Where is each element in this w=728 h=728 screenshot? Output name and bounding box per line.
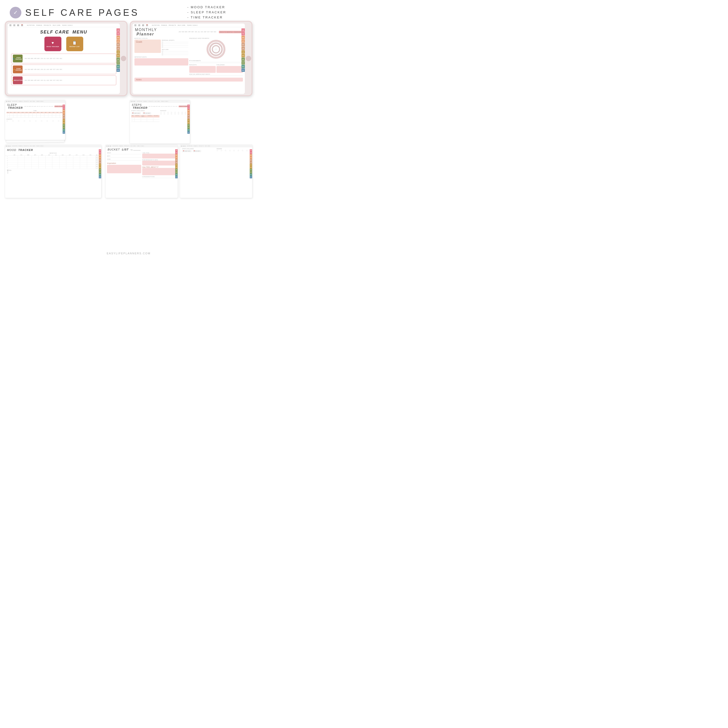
mood-tab-apr[interactable]: APR: [99, 156, 101, 159]
tab-aug[interactable]: AUG: [116, 54, 120, 57]
tab-nov[interactable]: NOV: [116, 65, 120, 68]
planner-tab-dec[interactable]: DEC: [242, 69, 245, 72]
steps-tab-feb[interactable]: FEB: [187, 107, 190, 109]
home-icon[interactable]: ⌂: [9, 24, 11, 26]
tab-jul[interactable]: JUL: [116, 50, 120, 54]
considerations-line: [142, 178, 176, 178]
steps-tab-apr[interactable]: APR: [187, 112, 190, 114]
tablet-home-button-planner[interactable]: [246, 56, 251, 61]
mood-notes-label: NOTES:: [5, 169, 101, 171]
sleep-months: JANFEBMARAPRMAYJUN JULAUGSEPOCTNOVDEC: [24, 69, 63, 70]
home-icon-bucket: [107, 145, 107, 147]
planner-tab-jan[interactable]: JAN: [242, 28, 245, 32]
bucket-tab-apr[interactable]: APR: [175, 156, 177, 159]
grid-icon-planner[interactable]: ⊞: [142, 24, 144, 26]
star-icon-planner[interactable]: ☆: [138, 24, 140, 26]
pin-icon-planner[interactable]: 📍: [146, 24, 148, 26]
bucket-tab-jun[interactable]: JUN: [175, 161, 177, 164]
planner-tab-aug[interactable]: AUG: [242, 54, 245, 57]
planner-tab-mar[interactable]: MAR: [242, 36, 245, 39]
mood-tab-sep[interactable]: SEP: [99, 169, 101, 171]
mood-tab-jul[interactable]: JUL: [99, 164, 101, 166]
bucket-tab-sep[interactable]: SEP: [175, 169, 177, 171]
home-icon-planner[interactable]: ⌂: [135, 24, 136, 26]
tab-feb[interactable]: FEB: [116, 32, 120, 35]
tab-sep[interactable]: SEP: [116, 58, 120, 61]
planner-tab-jul[interactable]: JUL: [242, 50, 245, 54]
bucket-tab-aug[interactable]: AUG: [175, 166, 177, 169]
steps-tab-jul[interactable]: JUL: [187, 119, 190, 122]
tab-mar[interactable]: MAR: [116, 36, 120, 39]
important-events-label: IMPORTANT EVENTS: [135, 56, 188, 58]
sleep-tab-jan[interactable]: JAN: [63, 105, 65, 107]
planner-tab-nov[interactable]: NOV: [242, 65, 245, 68]
steps-tab-oct[interactable]: OCT: [187, 127, 190, 129]
sleep-tab-aug[interactable]: AUG: [63, 122, 65, 124]
planner-tab-jun[interactable]: JUN: [242, 47, 245, 50]
bucket-tab-nov[interactable]: NOV: [175, 173, 177, 176]
sleep-tab-mar[interactable]: MAR: [63, 109, 65, 112]
mood-tab-aug[interactable]: AUG: [99, 166, 101, 169]
mood-tab-dec[interactable]: DEC: [99, 176, 101, 178]
pin-icon[interactable]: 📍: [21, 24, 23, 26]
sleep-tab-jul[interactable]: JUL: [63, 119, 65, 122]
planner-tab-sep[interactable]: SEP: [242, 58, 245, 61]
bucket-tab-jan[interactable]: JAN: [175, 149, 177, 151]
rate-wheel-svg: [206, 40, 226, 59]
bucket-tab-jul[interactable]: JUL: [175, 164, 177, 166]
sleep-tab-sep[interactable]: SEP: [63, 124, 65, 127]
steps-tab-may[interactable]: MAY: [187, 114, 190, 117]
bucket-tab-oct[interactable]: OCT: [175, 171, 177, 173]
steps-tab-jan[interactable]: JAN: [187, 105, 190, 107]
sleep-tab-nov[interactable]: NOV: [63, 129, 65, 131]
tab-jan[interactable]: JAN: [116, 28, 120, 32]
steps2-content: STEPS CHALLENGE 📅 START DATE: 📅 END DATE…: [180, 147, 252, 154]
planner-tab-may[interactable]: MAY: [242, 43, 245, 46]
sleep-tab-feb[interactable]: FEB: [63, 107, 65, 109]
reflections-tracker-row[interactable]: 🧘REFLECTIONS JANFEBMARAPRMAYJUN JULAUGSE…: [11, 75, 116, 85]
goals-section: Goals: [135, 40, 161, 55]
planner-tab-apr[interactable]: APR: [242, 39, 245, 43]
tablet-home-button-left[interactable]: [121, 56, 126, 61]
tab-jun[interactable]: JUN: [116, 47, 120, 50]
bucket-tab-dec[interactable]: DEC: [175, 176, 177, 178]
tab-oct[interactable]: OCT: [116, 61, 120, 64]
steps-tab-dec[interactable]: DEC: [187, 131, 190, 134]
mood-tab-oct[interactable]: OCT: [99, 171, 101, 173]
sleep-tab-dec[interactable]: DEC: [63, 131, 65, 134]
tab-apr[interactable]: APR: [116, 39, 120, 43]
sleep-tab-oct[interactable]: OCT: [63, 127, 65, 129]
mood-tab-jun[interactable]: JUN: [99, 161, 101, 164]
sleep-tab-may[interactable]: MAY: [63, 114, 65, 117]
planner-tab-oct[interactable]: OCT: [242, 61, 245, 64]
tab-dec[interactable]: DEC: [116, 69, 120, 72]
tab-may[interactable]: MAY: [116, 43, 120, 46]
steps-tab-nov[interactable]: NOV: [187, 129, 190, 131]
sleep-tab-apr[interactable]: APR: [63, 112, 65, 114]
planner-back-button[interactable]: BACK TO MONTHLY OVERVIEW: [219, 31, 242, 33]
steps-nav: NUTRITIONFINANCEPROJECTSSELF CAREYEARLY …: [130, 100, 190, 102]
improve-line: [189, 75, 243, 76]
sleep-tracker-row[interactable]: 🌙SLEEP TRACKER JANFEBMARAPRMAYJUN JULAUG…: [11, 64, 116, 74]
sleep-tab-jun[interactable]: JUN: [63, 117, 65, 119]
star-icon[interactable]: ☆: [13, 24, 15, 26]
star-icon-mood: [8, 145, 9, 147]
mood-tab-nov[interactable]: NOV: [99, 173, 101, 176]
steps-tab-sep[interactable]: SEP: [187, 124, 190, 127]
steps-tab-aug[interactable]: AUG: [187, 122, 190, 124]
feature-item-1: MOOD TRACKER: [187, 5, 243, 9]
steps-tab-mar[interactable]: MAR: [187, 109, 190, 112]
bucket-tab-may[interactable]: MAY: [175, 159, 177, 161]
mood-tracker-icon-box[interactable]: ♥ MOOD TRACKER: [44, 37, 61, 51]
mood-tab-mar[interactable]: MAR: [99, 154, 101, 156]
bucket-list-icon-box[interactable]: 📋 BUCKET LIST: [66, 37, 83, 51]
mood-tab-jan[interactable]: JAN: [99, 149, 101, 151]
steps-tracker-row[interactable]: 👟STEPS TRACKER JANFEBMARAPRMAYJUN JULAUG…: [11, 54, 116, 63]
planner-tab-feb[interactable]: FEB: [242, 32, 245, 35]
grid-icon[interactable]: ⊞: [17, 24, 19, 26]
mood-tab-feb[interactable]: FEB: [99, 151, 101, 154]
bucket-tab-feb[interactable]: FEB: [175, 151, 177, 154]
mood-tab-may[interactable]: MAY: [99, 159, 101, 161]
steps-tab-jun[interactable]: JUN: [187, 117, 190, 119]
bucket-tab-mar[interactable]: MAR: [175, 154, 177, 156]
